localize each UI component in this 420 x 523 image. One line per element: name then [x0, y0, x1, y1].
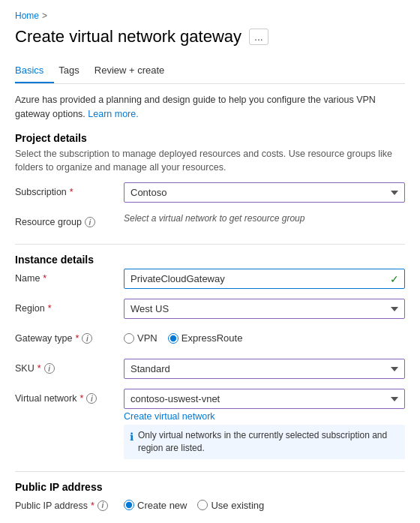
gateway-type-radio-group: VPN ExpressRoute [124, 329, 405, 344]
virtual-network-info-icon[interactable]: i [86, 393, 97, 404]
subscription-control: Contoso [124, 182, 405, 203]
breadcrumb-home[interactable]: Home [15, 11, 39, 21]
ellipsis-button[interactable]: ... [249, 29, 268, 45]
virtual-network-control: contoso-uswest-vnet Create virtual netwo… [124, 389, 405, 462]
tab-tags[interactable]: Tags [58, 59, 89, 83]
subscription-required: * [70, 187, 74, 197]
resource-group-control: Select a virtual network to get resource… [124, 212, 405, 224]
name-label: Name * [15, 269, 124, 284]
resource-group-info-icon[interactable]: i [85, 217, 95, 227]
sku-info-icon[interactable]: i [44, 363, 55, 374]
sku-label: SKU * i [15, 359, 124, 374]
tabs-row: Basics Tags Review + create [15, 59, 405, 84]
resource-group-label: Resource group i [15, 212, 124, 227]
region-label: Region * [15, 299, 124, 314]
gateway-type-vpn-radio[interactable] [124, 333, 134, 344]
name-valid-icon: ✓ [390, 273, 399, 285]
region-control: West US [124, 299, 405, 319]
public-ip-title: Public IP address [15, 481, 405, 493]
public-ip-create-new-radio[interactable] [124, 500, 134, 510]
public-ip-create-new-label: Create new [137, 500, 187, 511]
info-banner: Azure has provided a planning and design… [15, 93, 405, 122]
info-banner-text: Azure has provided a planning and design… [15, 95, 376, 119]
sku-control: Standard [124, 359, 405, 379]
name-group: Name * ✓ [15, 269, 405, 291]
virtual-network-required: * [80, 393, 83, 404]
public-ip-control: Create new Use existing [124, 496, 405, 511]
name-control: ✓ [124, 269, 405, 289]
public-ip-use-existing-option[interactable]: Use existing [197, 500, 264, 511]
virtual-network-label: Virtual network * i [15, 389, 124, 404]
gateway-type-required: * [75, 333, 79, 344]
public-ip-use-existing-radio[interactable] [197, 500, 208, 510]
project-details-title: Project details [15, 132, 405, 144]
subscription-group: Subscription * Contoso [15, 182, 405, 205]
gateway-type-control: VPN ExpressRoute [124, 329, 405, 344]
virtual-network-group: Virtual network * i contoso-uswest-vnet … [15, 389, 405, 462]
gateway-type-vpn-label: VPN [137, 332, 158, 344]
public-ip-use-existing-label: Use existing [211, 500, 264, 511]
public-ip-required: * [91, 500, 94, 511]
region-required: * [48, 303, 52, 314]
region-select[interactable]: West US [124, 299, 405, 319]
instance-details-title: Instance details [15, 254, 405, 266]
virtual-network-note: ℹ Only virtual networks in the currently… [124, 425, 405, 459]
tab-review-create[interactable]: Review + create [94, 59, 176, 83]
virtual-network-note-text: Only virtual networks in the currently s… [138, 429, 399, 455]
subscription-label: Subscription * [15, 182, 124, 197]
public-ip-info-icon[interactable]: i [98, 500, 108, 511]
info-banner-link[interactable]: Learn more. [88, 109, 138, 119]
public-ip-label: Public IP address * i [15, 496, 124, 511]
divider-2 [15, 471, 405, 472]
gateway-type-info-icon[interactable]: i [82, 333, 92, 344]
gateway-type-expressroute-radio[interactable] [168, 333, 178, 344]
breadcrumb: Home > [15, 11, 405, 21]
gateway-type-label: Gateway type * i [15, 329, 124, 344]
resource-group-placeholder: Select a virtual network to get resource… [124, 209, 304, 224]
page-title: Create virtual network gateway [15, 27, 242, 47]
name-input[interactable] [124, 269, 405, 289]
tab-basics[interactable]: Basics [15, 59, 54, 83]
subscription-select[interactable]: Contoso [124, 182, 405, 203]
public-ip-group: Public IP address * i Create new Use exi… [15, 496, 405, 518]
name-required: * [43, 273, 46, 284]
region-group: Region * West US [15, 299, 405, 321]
breadcrumb-separator: > [42, 11, 47, 21]
gateway-type-expressroute-label: ExpressRoute [182, 332, 243, 344]
sku-select[interactable]: Standard [124, 359, 405, 379]
gateway-type-expressroute-option[interactable]: ExpressRoute [168, 332, 243, 344]
public-ip-radio-group: Create new Use existing [124, 496, 405, 511]
sku-group: SKU * i Standard [15, 359, 405, 381]
info-note-icon: ℹ [130, 430, 134, 445]
gateway-type-vpn-option[interactable]: VPN [124, 332, 158, 344]
gateway-type-group: Gateway type * i VPN ExpressRoute [15, 329, 405, 351]
divider-1 [15, 244, 405, 245]
project-details-desc: Select the subscription to manage deploy… [15, 147, 405, 176]
public-ip-create-new-option[interactable]: Create new [124, 500, 187, 511]
virtual-network-select[interactable]: contoso-uswest-vnet [124, 389, 405, 409]
resource-group-group: Resource group i Select a virtual networ… [15, 212, 405, 235]
sku-required: * [38, 363, 41, 374]
create-virtual-network-link[interactable]: Create virtual network [124, 411, 405, 422]
